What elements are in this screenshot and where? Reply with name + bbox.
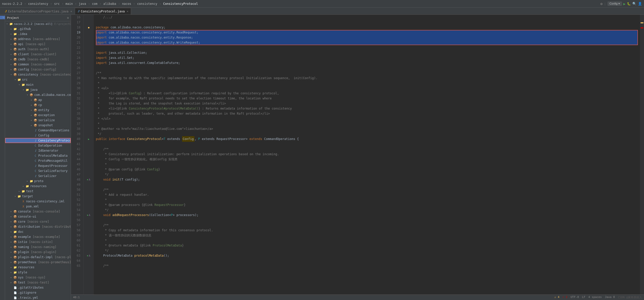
- line-num-32: 32: [71, 96, 81, 101]
- search-icon[interactable]: 🔍: [632, 2, 636, 6]
- line-num-58: 58: [71, 228, 81, 233]
- tab-consistency-protocol[interactable]: J ConsistencyProtocol.java ✕: [75, 8, 131, 14]
- tree-item-proto[interactable]: ▸ 📁 proto: [5, 179, 71, 184]
- tree-item-address[interactable]: ▸ 📦 address [nacos-address]: [5, 37, 71, 42]
- tree-item-src[interactable]: ▾ 📁 src: [5, 77, 71, 82]
- tree-item-naming[interactable]: ▸ 📦 naming [nacos-naming]: [5, 244, 71, 250]
- code-editor[interactable]: 16 17 18 19 20 21 22 23 24 25 26 27 28 2…: [71, 15, 644, 294]
- tree-item-client[interactable]: ▸ 📦 client [nacos-client]: [5, 52, 71, 57]
- tree-item-common[interactable]: ▸ 📦 common [nacos-common]: [5, 62, 71, 67]
- tree-item-java[interactable]: ▾ 📁 java: [5, 87, 71, 92]
- tree-item-distribution[interactable]: ▸ 📦 distribution [nacos-distribution]: [5, 224, 71, 229]
- tree-item-snapshot[interactable]: ▸ 📦 snapshot: [5, 123, 71, 128]
- tree-item-sys[interactable]: ▸ 📦 sys [nacos-sys]: [5, 275, 71, 280]
- code-content[interactable]: /.../ package com.alibaba.nacos.consiste…: [94, 15, 640, 294]
- gutter-43: [84, 152, 94, 157]
- run-icon[interactable]: ▶: [623, 2, 625, 6]
- tree-item-test-module[interactable]: ▸ 📦 test [nacos-test]: [5, 280, 71, 285]
- tree-item-api[interactable]: ▸ 📦 api [nacos-api]: [5, 42, 71, 47]
- tree-item-config-class[interactable]: ▸ I Config: [5, 133, 71, 138]
- line-num-17: 17: [71, 20, 81, 25]
- tree-item-exception[interactable]: ▸ 📦 exception: [5, 113, 71, 118]
- gutter-18: ●: [84, 25, 94, 30]
- tree-item-test[interactable]: ▸ 📁 test: [5, 189, 71, 194]
- tree-item-serialize[interactable]: ▸ 📦 serialize: [5, 118, 71, 123]
- errors-indicator: ⚡ 2: [562, 295, 567, 299]
- config-button[interactable]: Config ▾: [607, 2, 622, 6]
- tree-item-prometheus[interactable]: ▸ 📦 prometheus [nacos-prometheus]: [5, 260, 71, 265]
- tree-item-entity[interactable]: ▸ 📦 entity: [5, 108, 71, 113]
- gutter-63[interactable]: ▶ λ: [84, 253, 94, 258]
- tree-item-doc[interactable]: ▸ 📁 doc: [5, 229, 71, 234]
- run-icon-55: ▶: [87, 214, 88, 216]
- tree-item-style[interactable]: ▸ 📁 style: [5, 270, 71, 275]
- tree-item-commandops[interactable]: ▸ I CommandOperations: [5, 128, 71, 133]
- tree-item-package[interactable]: ▾ 📦 com.alibaba.nacos.consistency: [5, 92, 71, 97]
- tree-item-plugin-default[interactable]: ▸ 📦 plugin-default-impl [nacos-plugin-de…: [5, 255, 71, 260]
- tree-label-serializefactory: SerializeFactory: [38, 169, 71, 173]
- tree-item-requestprocessor[interactable]: ▸ I RequestProcessor: [5, 163, 71, 168]
- tree-arrow-cp: ▸: [29, 103, 33, 107]
- tree-item-main[interactable]: ▾ 📁 main: [5, 82, 71, 87]
- user-icon[interactable]: 👤: [638, 2, 642, 6]
- java-version-label: Java 8: [605, 295, 615, 299]
- tree-item-idgenerator[interactable]: ▸ I IdGenerator: [5, 148, 71, 153]
- tab-close-icon[interactable]: ✕: [70, 10, 72, 13]
- tree-item-console-ui[interactable]: ▸ 📦 console-ui: [5, 214, 71, 219]
- class-icon-protomessageutil: C: [33, 159, 38, 163]
- tree-item-resources[interactable]: ▸ 📁 resources: [5, 265, 71, 270]
- gutter-48[interactable]: ▶ λ: [84, 177, 94, 182]
- tree-item-protomessageutil[interactable]: ▸ C ProtoMessageUtil: [5, 158, 71, 163]
- code-line-33: * the Log is stored, and the snapshot ta…: [96, 101, 638, 106]
- gutter-19: [84, 30, 94, 35]
- tree-item-auth[interactable]: ▸ 📦 auth [nacos-auth]: [5, 47, 71, 52]
- tree-item-pom[interactable]: ▸ X pom.xml: [5, 204, 71, 209]
- tree-label-resources: resources: [17, 266, 71, 269]
- tab-close-active-icon[interactable]: ✕: [127, 10, 128, 13]
- code-line-44: * Config 一致性协议初始化, 根据Config 实现类: [96, 157, 638, 162]
- tree-item-cp[interactable]: ▸ 📦 cp: [5, 102, 71, 108]
- debug-icon[interactable]: 🐛: [627, 2, 631, 6]
- gutter-56: [84, 218, 94, 223]
- gutter-55[interactable]: ▶ λ: [84, 213, 94, 218]
- tree-item-plugin[interactable]: ▸ 📦 plugin [nacos-plugin]: [5, 250, 71, 255]
- settings-icon[interactable]: ⚙: [600, 2, 602, 6]
- tree-item-gitattributes[interactable]: ▸ 📄 .gitattributes: [5, 285, 71, 290]
- panel-gear-icon[interactable]: ⚙: [67, 16, 69, 20]
- gutter-40[interactable]: ▶: [84, 136, 94, 142]
- tree-item-console[interactable]: ▸ 📦 console [nacos-console]: [5, 209, 71, 214]
- tree-item-cmdb[interactable]: ▸ 📦 cmdb [nacos-cmdb]: [5, 57, 71, 62]
- tree-item-consistency[interactable]: ▾ 📦 consistency [nacos-consistency]: [5, 72, 71, 77]
- tree-item-serializefactory[interactable]: ▸ C SerializeFactory: [5, 168, 71, 173]
- tree-item-serializer[interactable]: ▸ I Serializer: [5, 173, 71, 179]
- sidebar-project-icon[interactable]: P: [0, 16, 5, 19]
- tree-item-github[interactable]: ▸ 📁 .github: [5, 26, 71, 31]
- tree-arrow-resources-main: ▸: [21, 184, 25, 188]
- yellow-bullet-icon: ●: [88, 26, 90, 29]
- tree-label-consistency-protocol: ConsistencyProtocol: [38, 139, 71, 142]
- tab-external-datasource[interactable]: J ExternalDataSourceProperties.java ✕: [2, 8, 75, 14]
- code-line-55: void addRequestProcessors(Collection<P> …: [96, 213, 638, 218]
- tree-item-core[interactable]: ▸ 📦 core [nacos-core]: [5, 219, 71, 224]
- tree-item-iml[interactable]: ▸ X nacos-consistency.iml: [5, 199, 71, 204]
- line-num-61: 61: [71, 243, 81, 248]
- tree-item-consistency-protocol[interactable]: ▸ I ConsistencyProtocol: [5, 138, 71, 143]
- tree-item-gitignore[interactable]: ▸ 📄 .gitignore: [5, 290, 71, 295]
- line-num-38: 38: [71, 126, 81, 131]
- tree-item-travis[interactable]: ▸ 📄 .travis.yml: [5, 295, 71, 300]
- tree-item-target[interactable]: ▾ 📁 target: [5, 194, 71, 199]
- tree-item-example[interactable]: ▸ 📦 example [nacos-example]: [5, 234, 71, 239]
- tree-item-idea[interactable]: ▸ 📁 .idea: [5, 31, 71, 37]
- folder-icon-serialize: 📦: [33, 118, 38, 122]
- tree-item-istio[interactable]: ▸ 📦 istio [nacos-istio]: [5, 239, 71, 244]
- gutter-38: [84, 126, 94, 131]
- tree-item-dataoperation[interactable]: ▸ C DataOperation: [5, 143, 71, 148]
- tree-item-root[interactable]: ▾ 📁 nacos-2.2.2 [nacos-all] E:\projectCo…: [5, 21, 71, 26]
- tree-label-snapshot: snapshot: [38, 123, 71, 127]
- gutter-21: [84, 40, 94, 45]
- tree-item-ap[interactable]: ▸ 📦 ap: [5, 97, 71, 102]
- tree-item-protocolmetadata[interactable]: ▸ C ProtocolMetaData: [5, 153, 71, 158]
- tree-container[interactable]: ▾ 📁 nacos-2.2.2 [nacos-all] E:\projectCo…: [5, 21, 71, 300]
- tree-item-config[interactable]: ▸ 📦 config [nacos-config]: [5, 67, 71, 72]
- tree-item-resources-main[interactable]: ▸ 📁 resources: [5, 184, 71, 189]
